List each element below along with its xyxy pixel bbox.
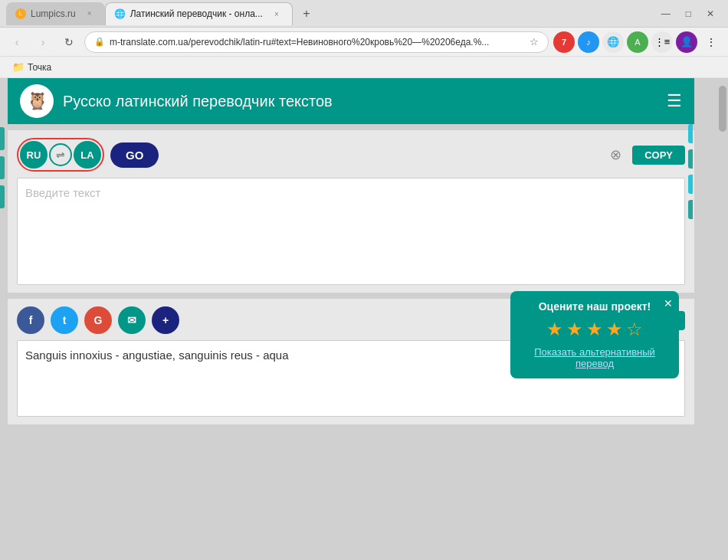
main-inner: 🦉 Русско латинский переводчик текстов ☰ … bbox=[0, 78, 717, 560]
rating-popup: ✕ Оцените наш проект! ★ ★ ★ ★ ☆ Показать… bbox=[510, 291, 679, 378]
plus-icon: + bbox=[162, 314, 169, 326]
star-3[interactable]: ★ bbox=[586, 319, 603, 340]
hamburger-menu[interactable]: ☰ bbox=[667, 91, 682, 111]
right-accent-3 bbox=[688, 175, 693, 194]
right-accent-4 bbox=[688, 200, 693, 219]
refresh-button[interactable]: ↻ bbox=[58, 31, 80, 53]
address-icons: ☆ bbox=[530, 36, 539, 47]
right-accent-2 bbox=[688, 149, 693, 169]
app-title: Русско латинский переводчик текстов bbox=[63, 93, 657, 110]
close-button[interactable]: ✕ bbox=[702, 7, 719, 21]
bookmark-label: Точка bbox=[28, 62, 51, 73]
forward-button[interactable]: › bbox=[32, 31, 54, 53]
translator-favicon: 🌐 bbox=[115, 8, 126, 19]
ext3-button[interactable]: 🌐 bbox=[602, 31, 624, 53]
ext2-button[interactable]: ♪ bbox=[578, 31, 599, 53]
new-tab-button[interactable]: + bbox=[296, 3, 317, 25]
ext5-button[interactable]: ⋮≡ bbox=[651, 31, 673, 53]
ext4-button[interactable]: A bbox=[627, 31, 648, 53]
app-logo: 🦉 bbox=[20, 84, 54, 118]
tab-lumpics-close[interactable]: × bbox=[84, 8, 96, 20]
facebook-button[interactable]: f bbox=[17, 306, 44, 334]
alt-translation-link[interactable]: Показать альтернативный перевод bbox=[534, 346, 655, 369]
back-button[interactable]: ‹ bbox=[6, 31, 28, 53]
rating-close-button[interactable]: ✕ bbox=[664, 297, 673, 309]
maximize-button[interactable]: □ bbox=[681, 7, 696, 21]
star-5[interactable]: ☆ bbox=[626, 319, 643, 340]
scrollbar[interactable] bbox=[717, 78, 728, 560]
window-controls: — □ ✕ bbox=[657, 7, 722, 21]
lang-selector-row: RU ⇌ LA GO ⊗ COPY bbox=[17, 138, 685, 172]
lang-from-button[interactable]: RU bbox=[20, 141, 48, 169]
googleplus-icon: G bbox=[94, 314, 103, 326]
star-1[interactable]: ★ bbox=[546, 319, 563, 340]
bookmark-tochka[interactable]: 📁 Точка bbox=[6, 60, 57, 74]
input-actions: ⊗ COPY bbox=[605, 144, 685, 165]
lumpics-favicon: L bbox=[15, 8, 26, 19]
address-text: m-translate.com.ua/perevodchik/latin-ru#… bbox=[110, 37, 525, 47]
twitter-button[interactable]: t bbox=[51, 306, 78, 334]
clear-input-button[interactable]: ⊗ bbox=[605, 144, 626, 165]
star-icon[interactable]: ☆ bbox=[530, 36, 539, 47]
add-button[interactable]: + bbox=[152, 306, 179, 334]
output-section: f t G ✉ + bbox=[8, 299, 694, 424]
owl-icon: 🦉 bbox=[27, 91, 48, 111]
title-bar: L Lumpics.ru × 🌐 Латинский переводчик - … bbox=[0, 0, 728, 28]
tab-lumpics[interactable]: L Lumpics.ru × bbox=[6, 2, 105, 25]
right-accents bbox=[688, 124, 694, 560]
accent-strip-2 bbox=[0, 156, 5, 179]
input-placeholder: Введите текст bbox=[25, 186, 100, 199]
tab-translator[interactable]: 🌐 Латинский переводчик - онла... × bbox=[105, 2, 293, 25]
right-accent-1 bbox=[688, 124, 693, 143]
twitter-icon: t bbox=[63, 314, 67, 326]
mail-button[interactable]: ✉ bbox=[118, 306, 146, 334]
accent-strip-3 bbox=[0, 185, 5, 208]
profile-button[interactable]: 👤 bbox=[676, 31, 697, 53]
main-area: 🦉 Русско латинский переводчик текстов ☰ … bbox=[0, 78, 728, 560]
app-header: 🦉 Русско латинский переводчик текстов ☰ bbox=[8, 78, 694, 124]
extensions-button[interactable]: 7 bbox=[553, 31, 575, 53]
star-2[interactable]: ★ bbox=[566, 319, 583, 340]
bookmarks-bar: 📁 Точка bbox=[0, 57, 728, 78]
alt-link-container: Показать альтернативный перевод bbox=[523, 346, 667, 369]
go-button[interactable]: GO bbox=[110, 142, 159, 168]
address-bar-row: ‹ › ↻ 🔒 m-translate.com.ua/perevodchik/l… bbox=[0, 28, 728, 57]
swap-languages-button[interactable]: ⇌ bbox=[49, 143, 72, 166]
lang-pill-container: RU ⇌ LA bbox=[17, 138, 104, 172]
menu-button[interactable]: ⋮ bbox=[700, 31, 722, 53]
translated-text: Sanguis innoxius - angustiae, sanguinis … bbox=[25, 349, 289, 362]
copy-input-button[interactable]: COPY bbox=[632, 146, 685, 165]
translator-input-section: RU ⇌ LA GO ⊗ COPY Введите текст bbox=[8, 130, 694, 293]
left-accents bbox=[0, 124, 6, 560]
mail-icon: ✉ bbox=[127, 314, 136, 326]
scrollbar-thumb[interactable] bbox=[719, 86, 726, 132]
facebook-icon: f bbox=[29, 314, 33, 326]
accent-strip-1 bbox=[0, 127, 5, 150]
lock-icon: 🔒 bbox=[94, 37, 105, 47]
page-wrapper: 🦉 Русско латинский переводчик текстов ☰ … bbox=[0, 78, 728, 560]
rating-title: Оцените наш проект! bbox=[523, 300, 667, 313]
folder-icon: 📁 bbox=[12, 61, 25, 73]
tab-translator-label: Латинский переводчик - онла... bbox=[130, 8, 263, 19]
address-bar[interactable]: 🔒 m-translate.com.ua/perevodchik/latin-r… bbox=[84, 31, 549, 53]
tab-translator-close[interactable]: × bbox=[271, 8, 283, 20]
star-4[interactable]: ★ bbox=[606, 319, 623, 340]
googleplus-button[interactable]: G bbox=[84, 306, 112, 334]
stars-row: ★ ★ ★ ★ ☆ bbox=[523, 319, 667, 340]
tab-lumpics-label: Lumpics.ru bbox=[31, 8, 76, 19]
browser-toolbar-icons: 7 ♪ 🌐 A ⋮≡ 👤 ⋮ bbox=[553, 31, 722, 53]
lang-to-button[interactable]: LA bbox=[74, 141, 101, 169]
minimize-button[interactable]: — bbox=[657, 7, 675, 21]
text-input-area[interactable]: Введите текст bbox=[17, 178, 685, 285]
